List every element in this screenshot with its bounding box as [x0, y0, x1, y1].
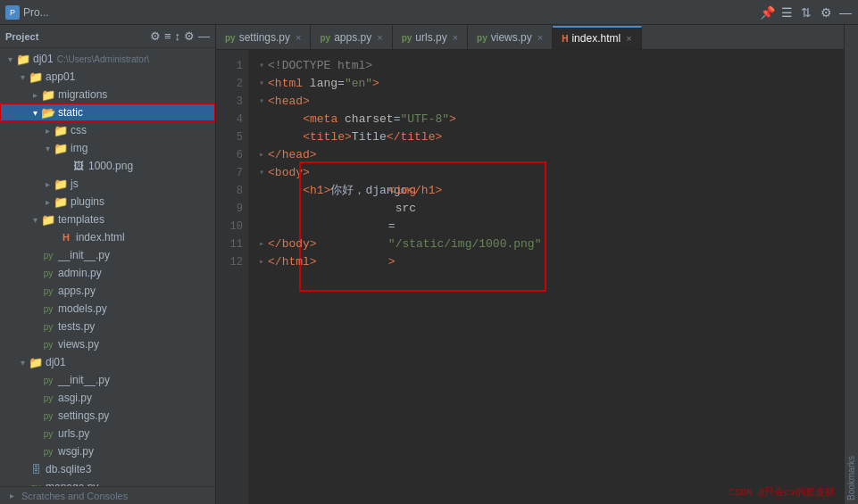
minimize-btn[interactable]: —: [838, 5, 853, 20]
project-tree: 📁 dj01 C:\Users\Administrator\ 📁 app01 📁…: [0, 48, 215, 486]
tree-item-settingspy[interactable]: py settings.py: [0, 407, 215, 425]
tree-item-plugins[interactable]: 📁 plugins: [0, 193, 215, 211]
tree-item-modelspy[interactable]: py models.py: [0, 300, 215, 318]
token-2-3: =: [337, 75, 345, 93]
tree-item-migrations[interactable]: 📁 migrations: [0, 86, 215, 103]
tab-settings[interactable]: py settings.py ×: [216, 26, 311, 49]
tree-label-testspy: tests.py: [58, 320, 95, 333]
tree-item-asgipy[interactable]: py asgi.py: [0, 389, 215, 407]
sidebar-settings-icon[interactable]: ⚙: [150, 29, 161, 43]
tree-arrow-dj01[interactable]: [4, 54, 16, 64]
tab-close-urls[interactable]: ×: [453, 32, 458, 43]
tree-label-dj01sub: dj01: [46, 356, 66, 368]
sidebar-arrow-icon[interactable]: ↕: [175, 29, 181, 43]
tab-views[interactable]: py views.py ×: [468, 26, 553, 49]
tab-close-apps[interactable]: ×: [377, 32, 382, 43]
fold-7[interactable]: [259, 164, 264, 182]
folder-icon-app01: 📁: [29, 70, 43, 84]
token-4-5: >: [449, 111, 456, 128]
file-icon-adminpy: py: [41, 266, 55, 280]
tab-icon-apps: py: [320, 33, 330, 43]
tree-item-img[interactable]: 📁 img: [0, 139, 215, 157]
tree-label-initpy2: __init__.py: [58, 374, 110, 386]
sidebar-close-icon[interactable]: —: [198, 29, 210, 43]
tab-urls[interactable]: py urls.py ×: [393, 26, 468, 49]
tree-item-js[interactable]: 📁 js: [0, 175, 215, 193]
code-line-4: <meta charset = "UTF-8" >: [259, 111, 844, 128]
token-10-5: >: [388, 255, 396, 269]
token-10-2: src: [388, 202, 416, 215]
scratches-item[interactable]: Scratches and Consoles: [0, 486, 215, 504]
split-btn[interactable]: ⇅: [799, 5, 813, 20]
tree-label-js: js: [71, 178, 79, 190]
tree-arrow-static[interactable]: [29, 108, 41, 118]
pin-btn[interactable]: 📌: [760, 5, 774, 20]
layout-btn[interactable]: ☰: [779, 5, 794, 20]
fold-12[interactable]: [259, 253, 264, 271]
tree-arrow-templates[interactable]: [29, 215, 41, 225]
tree-item-dj01-root[interactable]: 📁 dj01 C:\Users\Administrator\: [0, 50, 215, 68]
fold-6[interactable]: [259, 146, 264, 164]
token-5-2: Title: [352, 128, 387, 146]
code-content[interactable]: <!DOCTYPE html> <html lang = "en" > <hea…: [248, 50, 844, 504]
tree-item-1000png[interactable]: 🖼 1000.png: [0, 157, 215, 175]
code-editor[interactable]: 1 2 3 4 5 6 7 8 9 10 11 12 <!DOCTYPE htm…: [216, 50, 844, 504]
line-num-4: 4: [216, 111, 243, 128]
bookmarks-bar: Bookmarks: [844, 25, 858, 504]
line-num-12: 12: [216, 253, 243, 271]
tree-item-adminpy[interactable]: py admin.py: [0, 264, 215, 282]
tab-close-settings[interactable]: ×: [296, 32, 301, 43]
folder-icon-plugins: 📁: [54, 194, 68, 209]
settings-btn[interactable]: ⚙: [819, 5, 833, 20]
tree-item-initpy[interactable]: py __init__.py: [0, 246, 215, 264]
scratches-label: Scratches and Consoles: [21, 491, 128, 501]
tree-item-urlspy[interactable]: py urls.py: [0, 425, 215, 442]
tab-close-views[interactable]: ×: [537, 32, 543, 43]
tree-arrow-css[interactable]: [41, 126, 54, 136]
tree-item-css[interactable]: 📁 css: [0, 121, 215, 139]
tree-item-managepy[interactable]: py manage.py: [0, 478, 215, 486]
line-num-10: 10: [216, 218, 243, 235]
tree-item-appspy[interactable]: py apps.py: [0, 282, 215, 300]
tree-item-indexhtml[interactable]: H index.html: [0, 228, 215, 246]
folder-icon-static: 📂: [41, 105, 55, 120]
sidebar-config-icon[interactable]: ⚙: [184, 29, 195, 43]
file-icon-viewspy: py: [41, 337, 55, 351]
tabs-bar: py settings.py × py apps.py × py urls.py…: [216, 25, 844, 50]
tree-arrow-dj01sub[interactable]: [16, 358, 29, 368]
tree-arrow-migrations[interactable]: [29, 90, 41, 100]
fold-2[interactable]: [259, 75, 264, 93]
tree-label-indexhtml: index.html: [76, 231, 125, 244]
tree-item-static[interactable]: 📂 static: [0, 103, 215, 121]
tree-arrow-plugins[interactable]: [41, 197, 54, 207]
tree-item-dj01sub[interactable]: 📁 dj01: [0, 353, 215, 371]
tab-icon-views: py: [477, 33, 487, 43]
tree-label-appspy: apps.py: [58, 285, 96, 297]
tab-index[interactable]: H index.html ×: [553, 26, 641, 49]
window-title: Pro...: [23, 6, 49, 19]
tree-arrow-img[interactable]: [41, 144, 54, 153]
tree-arrow-app01[interactable]: [16, 72, 29, 82]
tree-label-app01: app01: [46, 70, 75, 83]
fold-1[interactable]: [259, 57, 264, 75]
tree-label-settingspy: settings.py: [58, 409, 109, 422]
token-4-3: =: [394, 111, 401, 128]
tab-apps[interactable]: py apps.py ×: [311, 26, 392, 49]
tab-label-settings: settings.py: [239, 31, 290, 44]
tree-arrow-js[interactable]: [41, 179, 54, 189]
fold-11[interactable]: [259, 235, 264, 253]
tree-item-testspy[interactable]: py tests.py: [0, 318, 215, 335]
tree-item-templates[interactable]: 📁 templates: [0, 211, 215, 228]
tree-item-db[interactable]: 🗄 db.sqlite3: [0, 460, 215, 478]
tree-item-wsgipy[interactable]: py wsgi.py: [0, 442, 215, 460]
tab-close-index[interactable]: ×: [626, 33, 631, 44]
sidebar-gear-icon[interactable]: ≡: [164, 29, 171, 43]
scratches-arrow[interactable]: [5, 491, 18, 500]
tab-label-index: index.html: [571, 32, 621, 45]
tree-item-app01[interactable]: 📁 app01: [0, 68, 215, 86]
tree-item-initpy2[interactable]: py __init__.py: [0, 371, 215, 389]
tree-item-viewspy[interactable]: py views.py: [0, 335, 215, 353]
fold-3[interactable]: [259, 93, 264, 111]
line-num-9: 9: [216, 200, 243, 218]
token-2-5: >: [372, 75, 379, 93]
